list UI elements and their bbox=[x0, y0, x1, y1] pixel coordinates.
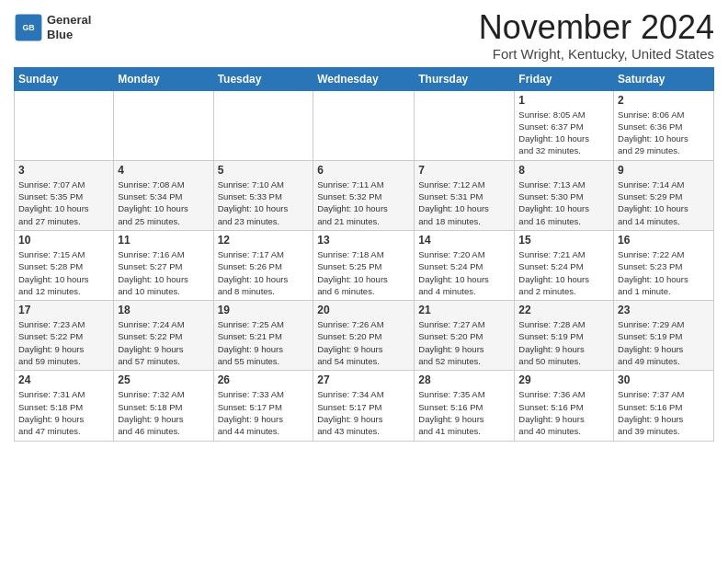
day-info: Sunrise: 7:17 AM Sunset: 5:26 PM Dayligh… bbox=[218, 248, 310, 297]
day-number: 2 bbox=[618, 94, 710, 107]
calendar-cell bbox=[313, 90, 415, 160]
day-info: Sunrise: 7:23 AM Sunset: 5:22 PM Dayligh… bbox=[18, 318, 109, 367]
day-number: 20 bbox=[317, 304, 410, 316]
calendar-table: SundayMondayTuesdayWednesdayThursdayFrid… bbox=[14, 67, 714, 442]
day-info: Sunrise: 7:24 AM Sunset: 5:22 PM Dayligh… bbox=[118, 318, 209, 367]
logo-text: General Blue bbox=[47, 13, 91, 41]
logo: GB General Blue bbox=[14, 13, 91, 42]
day-info: Sunrise: 7:36 AM Sunset: 5:16 PM Dayligh… bbox=[518, 388, 609, 437]
calendar-cell: 29Sunrise: 7:36 AM Sunset: 5:16 PM Dayli… bbox=[515, 371, 614, 441]
day-info: Sunrise: 7:27 AM Sunset: 5:20 PM Dayligh… bbox=[418, 318, 510, 367]
day-number: 17 bbox=[18, 304, 109, 316]
day-number: 28 bbox=[418, 373, 510, 386]
calendar-cell: 18Sunrise: 7:24 AM Sunset: 5:22 PM Dayli… bbox=[114, 301, 213, 371]
day-number: 14 bbox=[418, 234, 510, 247]
day-info: Sunrise: 7:20 AM Sunset: 5:24 PM Dayligh… bbox=[418, 248, 510, 297]
calendar-cell: 13Sunrise: 7:18 AM Sunset: 5:25 PM Dayli… bbox=[313, 230, 415, 300]
day-number: 21 bbox=[418, 304, 510, 316]
calendar-cell bbox=[415, 90, 515, 160]
day-info: Sunrise: 7:21 AM Sunset: 5:24 PM Dayligh… bbox=[518, 248, 609, 297]
calendar-week-row: 24Sunrise: 7:31 AM Sunset: 5:18 PM Dayli… bbox=[15, 371, 714, 441]
day-number: 24 bbox=[18, 373, 109, 386]
day-info: Sunrise: 7:26 AM Sunset: 5:20 PM Dayligh… bbox=[317, 318, 410, 367]
weekday-header-tuesday: Tuesday bbox=[213, 67, 313, 90]
calendar-cell bbox=[15, 90, 114, 160]
day-info: Sunrise: 7:25 AM Sunset: 5:21 PM Dayligh… bbox=[218, 318, 310, 367]
day-info: Sunrise: 7:16 AM Sunset: 5:27 PM Dayligh… bbox=[118, 248, 209, 297]
calendar-week-row: 1Sunrise: 8:05 AM Sunset: 6:37 PM Daylig… bbox=[15, 90, 714, 160]
svg-text:GB: GB bbox=[22, 23, 34, 32]
day-info: Sunrise: 7:31 AM Sunset: 5:18 PM Dayligh… bbox=[18, 388, 109, 437]
calendar-cell bbox=[213, 90, 313, 160]
weekday-header-monday: Monday bbox=[114, 67, 213, 90]
calendar-cell bbox=[114, 90, 213, 160]
day-info: Sunrise: 7:12 AM Sunset: 5:31 PM Dayligh… bbox=[418, 178, 510, 227]
day-number: 23 bbox=[618, 304, 710, 316]
day-number: 4 bbox=[118, 164, 209, 177]
day-number: 13 bbox=[317, 234, 410, 247]
day-info: Sunrise: 7:08 AM Sunset: 5:34 PM Dayligh… bbox=[118, 178, 209, 227]
location-title: Fort Wright, Kentucky, United States bbox=[479, 46, 714, 62]
calendar-cell: 8Sunrise: 7:13 AM Sunset: 5:30 PM Daylig… bbox=[515, 160, 614, 230]
calendar-cell: 10Sunrise: 7:15 AM Sunset: 5:28 PM Dayli… bbox=[15, 230, 114, 300]
calendar-cell: 20Sunrise: 7:26 AM Sunset: 5:20 PM Dayli… bbox=[313, 301, 415, 371]
calendar-cell: 5Sunrise: 7:10 AM Sunset: 5:33 PM Daylig… bbox=[213, 160, 313, 230]
calendar-cell: 7Sunrise: 7:12 AM Sunset: 5:31 PM Daylig… bbox=[415, 160, 515, 230]
day-info: Sunrise: 7:10 AM Sunset: 5:33 PM Dayligh… bbox=[218, 178, 310, 227]
day-info: Sunrise: 7:33 AM Sunset: 5:17 PM Dayligh… bbox=[218, 388, 310, 437]
day-info: Sunrise: 7:35 AM Sunset: 5:16 PM Dayligh… bbox=[418, 388, 510, 437]
day-info: Sunrise: 7:34 AM Sunset: 5:17 PM Dayligh… bbox=[317, 388, 410, 437]
day-number: 22 bbox=[518, 304, 609, 316]
day-info: Sunrise: 7:07 AM Sunset: 5:35 PM Dayligh… bbox=[18, 178, 109, 227]
weekday-header-thursday: Thursday bbox=[415, 67, 515, 90]
calendar-week-row: 3Sunrise: 7:07 AM Sunset: 5:35 PM Daylig… bbox=[15, 160, 714, 230]
day-number: 26 bbox=[218, 373, 310, 386]
calendar-cell: 30Sunrise: 7:37 AM Sunset: 5:16 PM Dayli… bbox=[614, 371, 714, 441]
day-number: 27 bbox=[317, 373, 410, 386]
calendar-cell: 21Sunrise: 7:27 AM Sunset: 5:20 PM Dayli… bbox=[415, 301, 515, 371]
calendar-cell: 12Sunrise: 7:17 AM Sunset: 5:26 PM Dayli… bbox=[213, 230, 313, 300]
day-info: Sunrise: 7:15 AM Sunset: 5:28 PM Dayligh… bbox=[18, 248, 109, 297]
calendar-cell: 24Sunrise: 7:31 AM Sunset: 5:18 PM Dayli… bbox=[15, 371, 114, 441]
day-number: 29 bbox=[518, 373, 609, 386]
calendar-cell: 17Sunrise: 7:23 AM Sunset: 5:22 PM Dayli… bbox=[15, 301, 114, 371]
day-number: 9 bbox=[618, 164, 710, 177]
calendar-cell: 25Sunrise: 7:32 AM Sunset: 5:18 PM Dayli… bbox=[114, 371, 213, 441]
weekday-header-wednesday: Wednesday bbox=[313, 67, 415, 90]
day-number: 8 bbox=[518, 164, 609, 177]
day-info: Sunrise: 7:28 AM Sunset: 5:19 PM Dayligh… bbox=[518, 318, 609, 367]
day-info: Sunrise: 8:06 AM Sunset: 6:36 PM Dayligh… bbox=[618, 109, 710, 157]
title-block: November 2024 Fort Wright, Kentucky, Uni… bbox=[479, 9, 714, 62]
calendar-cell: 28Sunrise: 7:35 AM Sunset: 5:16 PM Dayli… bbox=[415, 371, 515, 441]
calendar-cell: 2Sunrise: 8:06 AM Sunset: 6:36 PM Daylig… bbox=[614, 90, 714, 160]
day-info: Sunrise: 7:18 AM Sunset: 5:25 PM Dayligh… bbox=[317, 248, 410, 297]
calendar-cell: 19Sunrise: 7:25 AM Sunset: 5:21 PM Dayli… bbox=[213, 301, 313, 371]
day-info: Sunrise: 7:13 AM Sunset: 5:30 PM Dayligh… bbox=[518, 178, 609, 227]
day-info: Sunrise: 7:22 AM Sunset: 5:23 PM Dayligh… bbox=[618, 248, 710, 297]
calendar-week-row: 10Sunrise: 7:15 AM Sunset: 5:28 PM Dayli… bbox=[15, 230, 714, 300]
calendar-cell: 22Sunrise: 7:28 AM Sunset: 5:19 PM Dayli… bbox=[515, 301, 614, 371]
day-info: Sunrise: 7:29 AM Sunset: 5:19 PM Dayligh… bbox=[618, 318, 710, 367]
day-number: 25 bbox=[118, 373, 209, 386]
calendar-week-row: 17Sunrise: 7:23 AM Sunset: 5:22 PM Dayli… bbox=[15, 301, 714, 371]
day-info: Sunrise: 8:05 AM Sunset: 6:37 PM Dayligh… bbox=[518, 109, 609, 157]
day-number: 11 bbox=[118, 234, 209, 247]
calendar-cell: 23Sunrise: 7:29 AM Sunset: 5:19 PM Dayli… bbox=[614, 301, 714, 371]
calendar-cell: 3Sunrise: 7:07 AM Sunset: 5:35 PM Daylig… bbox=[15, 160, 114, 230]
calendar-cell: 1Sunrise: 8:05 AM Sunset: 6:37 PM Daylig… bbox=[515, 90, 614, 160]
day-number: 10 bbox=[18, 234, 109, 247]
day-number: 5 bbox=[218, 164, 310, 177]
weekday-header-friday: Friday bbox=[515, 67, 614, 90]
day-info: Sunrise: 7:11 AM Sunset: 5:32 PM Dayligh… bbox=[317, 178, 410, 227]
day-number: 12 bbox=[218, 234, 310, 247]
day-info: Sunrise: 7:37 AM Sunset: 5:16 PM Dayligh… bbox=[618, 388, 710, 437]
day-number: 16 bbox=[618, 234, 710, 247]
weekday-header-sunday: Sunday bbox=[15, 67, 114, 90]
calendar-cell: 14Sunrise: 7:20 AM Sunset: 5:24 PM Dayli… bbox=[415, 230, 515, 300]
day-number: 7 bbox=[418, 164, 510, 177]
day-number: 18 bbox=[118, 304, 209, 316]
calendar-cell: 16Sunrise: 7:22 AM Sunset: 5:23 PM Dayli… bbox=[614, 230, 714, 300]
page-header: GB General Blue November 2024 Fort Wrigh… bbox=[14, 9, 714, 62]
logo-icon: GB bbox=[14, 13, 43, 42]
calendar-cell: 15Sunrise: 7:21 AM Sunset: 5:24 PM Dayli… bbox=[515, 230, 614, 300]
